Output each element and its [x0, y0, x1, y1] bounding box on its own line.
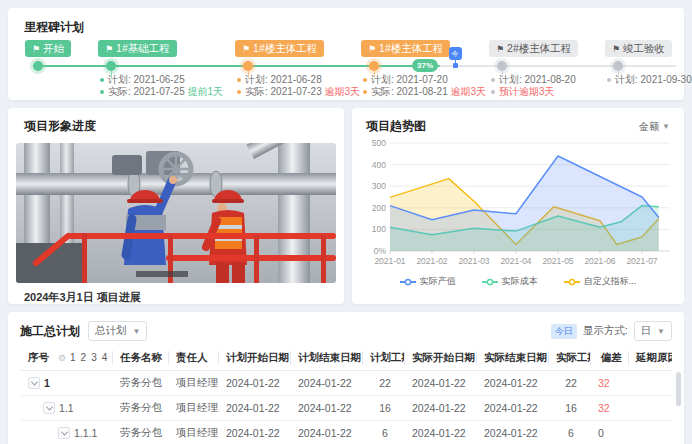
milestone-badge[interactable]: ⚑1#楼主体工程 — [361, 40, 450, 57]
plan-days-cell: 16 — [362, 396, 404, 421]
svg-text:100: 100 — [372, 224, 386, 234]
display-mode-select[interactable]: 日 ▼ — [634, 321, 672, 341]
detail-text: 实际: 2021-07-25 — [108, 86, 185, 97]
today-flag-icon: 今 — [449, 47, 462, 60]
column-header: 责任人 — [168, 346, 218, 371]
detail-status: 预计逾期3天 — [499, 86, 555, 97]
milestone-detail: 计划: 2021-09-30 — [607, 74, 692, 86]
svg-text:0%: 0% — [374, 246, 387, 256]
chevron-down-icon: ▼ — [657, 327, 665, 336]
legend-item[interactable]: 实际成本 — [482, 275, 538, 288]
bullet-dot-icon — [363, 78, 367, 82]
today-dot — [453, 63, 458, 68]
milestone-badge[interactable]: ⚑2#楼主体工程 — [489, 40, 578, 57]
milestone-node — [33, 61, 43, 71]
detail-status: 提前1天 — [185, 86, 223, 97]
project-progress-panel: 项目形象进度 — [8, 108, 344, 304]
detail-text: 计划: 2021-06-28 — [245, 74, 322, 85]
detail-status: 逾期3天 — [448, 86, 486, 97]
deviation-cell: 32 — [590, 371, 628, 396]
seq-cell: 1.1 — [20, 396, 112, 421]
plan-end-cell: 2024-01-22 — [290, 396, 362, 421]
svg-text:300: 300 — [372, 181, 386, 191]
timeline-remaining-line — [440, 65, 676, 67]
legend-item[interactable]: 自定义指标... — [564, 275, 637, 288]
milestone-node — [243, 61, 253, 71]
plan-days-cell: 22 — [362, 371, 404, 396]
progress-percent-badge: 37% — [412, 59, 438, 72]
milestone-badge[interactable]: ⚑竣工验收 — [605, 40, 672, 57]
column-header: 任务名称 — [112, 346, 168, 371]
detail-text: 实际: 2021-07-23 — [245, 86, 322, 97]
table-scrollbar[interactable] — [676, 372, 681, 406]
column-header: 计划结束日期 — [290, 346, 362, 371]
milestone-detail: 计划: 2021-08-20 — [491, 74, 576, 86]
seq-cell: 1 — [20, 371, 112, 396]
display-mode-label: 显示方式: — [583, 324, 628, 338]
bullet-dot-icon — [237, 78, 241, 82]
milestone-detail: 预计逾期3天 — [491, 86, 555, 98]
construction-plan-table: 序号 ⚙12345任务名称责任人计划开始日期计划结束日期计划工期实际开始日期实际… — [20, 346, 672, 444]
column-header-seq: 序号 ⚙12345 — [20, 346, 112, 371]
seq-number: 1.1.1 — [74, 427, 97, 439]
milestone-badge[interactable]: ⚑开始 — [25, 40, 71, 57]
site-photo — [16, 143, 336, 283]
expand-level-button[interactable]: 1 — [70, 352, 76, 363]
legend-label: 自定义指标... — [584, 275, 637, 288]
construction-plan-panel: 施工总计划 总计划 ▼ 今日 显示方式: 日 ▼ 序号 ⚙12345任务名称责任… — [8, 312, 684, 444]
milestone-node — [106, 61, 116, 71]
collapse-icon[interactable] — [28, 377, 40, 389]
svg-text:500: 500 — [372, 138, 386, 148]
collapse-icon[interactable] — [43, 402, 55, 414]
actual-start-cell: 2024-01-22 — [404, 396, 476, 421]
chart-metric-select[interactable]: 金额 ▼ — [639, 120, 670, 134]
today-badge[interactable]: 今日 — [551, 324, 577, 339]
task-cell: 劳务分包 — [112, 421, 168, 444]
plan-type-select[interactable]: 总计划 ▼ — [88, 321, 147, 341]
svg-text:2021-01: 2021-01 — [374, 256, 405, 266]
trend-chart: 1002003004005000%2021-012021-022021-0320… — [366, 135, 670, 273]
table-row: 1.1.1劳务分包项目经理22024-01-222024-01-2262024-… — [20, 421, 672, 444]
milestone-node — [613, 61, 623, 71]
gear-icon[interactable]: ⚙ — [58, 353, 66, 363]
flag-icon: ⚑ — [612, 44, 620, 54]
milestone-badge[interactable]: ⚑1#楼主体工程 — [235, 40, 324, 57]
actual-end-cell: 2024-01-22 — [476, 396, 548, 421]
expand-level-button[interactable]: 4 — [102, 352, 108, 363]
plan-start-cell: 2024-01-22 — [218, 371, 290, 396]
table-panel-title: 施工总计划 — [20, 323, 80, 340]
svg-text:2021-02: 2021-02 — [416, 256, 447, 266]
owner-cell: 项目经理1 — [168, 371, 218, 396]
site-photo-illustration — [16, 143, 336, 283]
bullet-dot-icon — [363, 90, 367, 94]
column-header: 实际结束日期 — [476, 346, 548, 371]
photo-caption: 2024年3月1日 项目进展 — [24, 290, 336, 305]
column-header: 实际开始日期 — [404, 346, 476, 371]
seq-header-label: 序号 — [28, 351, 49, 363]
svg-text:2021-07: 2021-07 — [626, 256, 657, 266]
task-cell: 劳务分包 — [112, 396, 168, 421]
seq-cell: 1.1.1 — [20, 421, 112, 444]
deviation-cell: 32 — [590, 396, 628, 421]
milestone-label: 1#基础工程 — [116, 42, 170, 56]
milestone-label: 1#楼主体工程 — [379, 42, 443, 56]
expand-level-button[interactable]: 3 — [91, 352, 97, 363]
detail-text: 实际: 2021-08-21 — [371, 86, 448, 97]
milestone-node — [369, 61, 379, 71]
milestone-detail: 计划: 2021-07-20 — [363, 74, 448, 86]
flag-icon: ⚑ — [105, 44, 113, 54]
bullet-dot-icon — [607, 78, 611, 82]
milestone-badge[interactable]: ⚑1#基础工程 — [98, 40, 177, 57]
legend-item[interactable]: 实际产值 — [400, 275, 456, 288]
svg-text:2021-03: 2021-03 — [458, 256, 489, 266]
collapse-icon[interactable] — [58, 427, 70, 439]
detail-text: 计划: 2021-09-30 — [615, 74, 692, 85]
bullet-dot-icon — [491, 90, 495, 94]
flag-icon: ⚑ — [242, 44, 250, 54]
svg-text:400: 400 — [372, 160, 386, 170]
expand-level-button[interactable]: 2 — [81, 352, 87, 363]
legend-marker-icon — [482, 278, 498, 286]
plan-start-cell: 2024-01-22 — [218, 421, 290, 444]
flag-icon: ⚑ — [496, 44, 504, 54]
trend-chart-svg: 1002003004005000%2021-012021-022021-0320… — [366, 135, 670, 269]
